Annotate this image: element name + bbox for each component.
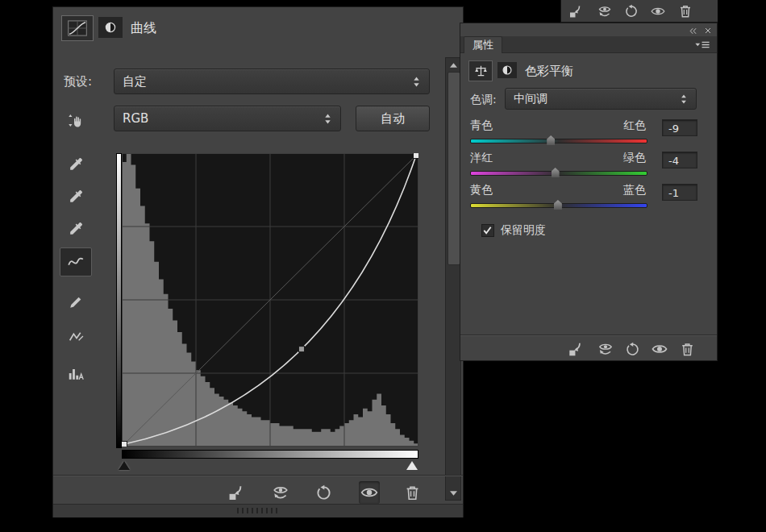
curve-grid[interactable]: [122, 153, 418, 447]
eyedropper-icon: [68, 188, 85, 205]
adjustment-layer-button[interactable]: [497, 62, 517, 78]
draw-curve-pencil-tool[interactable]: [60, 288, 92, 317]
histogram-icon: [67, 364, 85, 382]
preset-select[interactable]: 自定: [114, 69, 430, 94]
tone-value: 中间调: [514, 92, 547, 106]
color-balance-button[interactable]: [468, 60, 493, 81]
curves-panel: 曲线 预设: 自定 RGB 自动: [52, 6, 464, 517]
smooth-curve-icon: [68, 328, 85, 345]
reset-arrow-icon: [315, 484, 332, 501]
reset-arrow-icon: [625, 342, 640, 357]
slider-value-field[interactable]: -1: [662, 184, 697, 201]
histogram-options-tool[interactable]: [60, 359, 92, 388]
delete-adjustment-button[interactable]: [676, 2, 695, 20]
scrollbar[interactable]: [445, 57, 461, 501]
slider-right-label: 红色: [460, 118, 646, 133]
reset-button[interactable]: [622, 339, 643, 360]
eye-history-icon: [597, 340, 614, 358]
clip-to-layer-icon: [568, 3, 584, 19]
triangle-down-icon: [450, 491, 457, 496]
clip-to-layer-button[interactable]: [226, 481, 247, 504]
toggle-visibility-button[interactable]: [359, 481, 380, 504]
edit-points-tool[interactable]: [60, 247, 92, 276]
curves-grid-icon: [67, 20, 88, 36]
slider-thumb[interactable]: [552, 168, 560, 177]
slider-thumb[interactable]: [547, 135, 555, 145]
divider: [460, 335, 717, 335]
clip-to-layer-button[interactable]: [566, 2, 585, 20]
tone-select[interactable]: 中间调: [505, 88, 697, 110]
eye-history-icon: [597, 3, 613, 19]
cyan-red-slider-row: 青色 红色 -9: [460, 118, 717, 151]
view-previous-state-button[interactable]: [595, 2, 614, 20]
photoshop-workspace: 曲线 预设: 自定 RGB 自动: [0, 0, 766, 532]
adjustment-circle-icon: [103, 20, 118, 35]
auto-button-label: 自动: [381, 111, 405, 127]
channel-value: RGB: [123, 111, 148, 126]
dropdown-arrows-icon: [412, 76, 421, 88]
targeted-adjustment-tool[interactable]: [60, 106, 92, 135]
adjustment-layer-button[interactable]: [98, 17, 123, 38]
adjustment-circle-icon: [501, 64, 514, 77]
output-gradient-bar: [116, 153, 122, 448]
curves-adjustment-button[interactable]: [61, 15, 94, 41]
smooth-curve-tool[interactable]: [60, 322, 92, 351]
magenta-green-slider-row: 洋红 绿色 -4: [460, 151, 717, 183]
preserve-luminosity-checkbox[interactable]: 保留明度: [481, 223, 546, 238]
trash-icon: [403, 484, 422, 502]
panel-resize-strip[interactable]: [53, 504, 463, 517]
clip-to-layer-icon: [567, 340, 585, 358]
slider-right-label: 绿色: [460, 151, 646, 165]
dropdown-arrows-icon: [323, 113, 332, 125]
slider-value-field[interactable]: -9: [662, 119, 697, 136]
slider-value-field[interactable]: -4: [662, 152, 697, 168]
channel-select[interactable]: RGB: [114, 106, 341, 131]
magenta-green-track[interactable]: [470, 171, 647, 176]
close-panel-button[interactable]: [701, 25, 714, 36]
panel-menu-button[interactable]: [694, 39, 710, 50]
dropdown-arrows-icon: [680, 94, 688, 105]
input-gradient-bar: [122, 450, 418, 459]
scrollbar-thumb[interactable]: [448, 72, 460, 265]
reset-button[interactable]: [622, 2, 641, 20]
cyan-red-track[interactable]: [470, 139, 647, 143]
curve-editor-area: [116, 142, 424, 474]
tone-curve-chart[interactable]: [122, 153, 418, 447]
docked-panel-footer-strip: [560, 0, 718, 23]
black-point-eyedropper[interactable]: [60, 149, 92, 178]
panel-menu-icon: [694, 39, 710, 50]
triangle-up-icon: [450, 63, 457, 68]
clip-to-layer-icon: [227, 483, 246, 502]
yellow-blue-track[interactable]: [470, 203, 647, 208]
white-point-slider[interactable]: [406, 461, 418, 470]
tab-properties[interactable]: 属性: [464, 36, 502, 53]
eyedropper-icon: [68, 220, 85, 237]
slider-thumb[interactable]: [554, 200, 562, 210]
auto-button[interactable]: 自动: [356, 106, 430, 131]
white-point-eyedropper[interactable]: [60, 214, 92, 243]
close-icon: [703, 26, 713, 35]
drag-grip[interactable]: [237, 508, 279, 513]
preset-label: 预设:: [64, 74, 92, 89]
panel-title: 色彩平衡: [525, 64, 573, 79]
collapse-panel-button[interactable]: [687, 25, 699, 36]
slider-right-label: 蓝色: [460, 183, 646, 197]
scroll-down-button[interactable]: [446, 488, 460, 498]
clip-to-layer-button[interactable]: [565, 339, 586, 360]
black-point-slider[interactable]: [119, 461, 130, 470]
checkbox-box[interactable]: [481, 224, 494, 237]
view-previous-state-button[interactable]: [595, 339, 616, 360]
toggle-visibility-button[interactable]: [648, 2, 668, 20]
view-previous-state-button[interactable]: [270, 481, 291, 504]
preset-value: 自定: [123, 74, 147, 89]
gray-point-eyedropper[interactable]: [60, 181, 92, 210]
reset-arrow-icon: [624, 4, 639, 19]
delete-adjustment-button[interactable]: [676, 339, 697, 360]
delete-adjustment-button[interactable]: [402, 481, 423, 504]
trash-icon: [677, 3, 693, 19]
trash-icon: [679, 341, 696, 358]
eye-icon: [360, 483, 379, 502]
toggle-visibility-button[interactable]: [649, 339, 670, 360]
scroll-up-button[interactable]: [446, 60, 460, 70]
reset-button[interactable]: [313, 481, 334, 504]
